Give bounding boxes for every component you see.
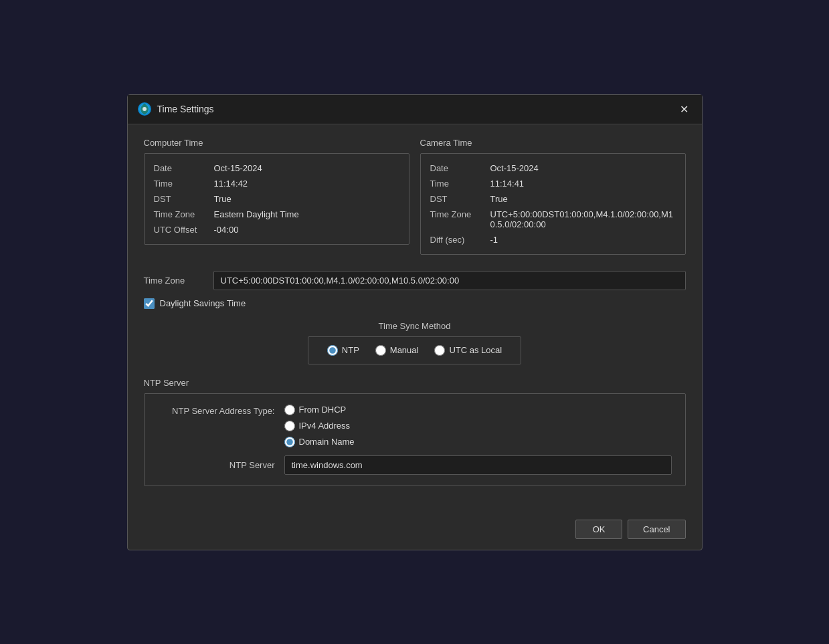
time-panels: Computer Time Date Oct-15-2024 Time 11:1… bbox=[144, 138, 686, 255]
comp-dst-label: DST bbox=[154, 194, 214, 204]
svg-point-1 bbox=[143, 107, 147, 111]
computer-time-panel: Computer Time Date Oct-15-2024 Time 11:1… bbox=[144, 138, 409, 255]
camera-time-title: Camera Time bbox=[420, 138, 686, 148]
comp-date-label: Date bbox=[154, 163, 214, 173]
table-row: Date Oct-15-2024 bbox=[154, 160, 399, 176]
sync-method-box: NTP Manual UTC as Local bbox=[308, 336, 521, 364]
cam-dst-value: True bbox=[490, 194, 508, 204]
cam-time-label: Time bbox=[430, 179, 490, 189]
table-row: DST True bbox=[154, 191, 399, 207]
app-icon bbox=[137, 102, 152, 116]
ntp-address-radio-group: From DHCP IPv4 Address Domain Name bbox=[284, 405, 355, 447]
ntp-address-type-label: NTP Server Address Type: bbox=[158, 405, 275, 416]
cam-date-value: Oct-15-2024 bbox=[490, 163, 539, 173]
sync-method-title: Time Sync Method bbox=[379, 321, 451, 331]
comp-dst-value: True bbox=[214, 194, 232, 204]
timezone-row: Time Zone bbox=[144, 271, 686, 290]
comp-time-value: 11:14:42 bbox=[214, 179, 248, 189]
dst-checkbox[interactable] bbox=[144, 298, 155, 309]
ntp-from-dhcp-option[interactable]: From DHCP bbox=[284, 405, 355, 415]
dst-row: Daylight Savings Time bbox=[144, 298, 686, 309]
comp-time-label: Time bbox=[154, 179, 214, 189]
ntp-domain-option[interactable]: Domain Name bbox=[284, 437, 355, 447]
camera-time-box: Date Oct-15-2024 Time 11:14:41 DST True … bbox=[420, 153, 686, 255]
title-bar: Time Settings ✕ bbox=[128, 95, 702, 124]
close-button[interactable]: ✕ bbox=[676, 102, 693, 117]
ntp-domain-radio[interactable] bbox=[284, 437, 295, 447]
timezone-input[interactable] bbox=[213, 271, 686, 290]
ntp-from-dhcp-radio[interactable] bbox=[284, 405, 295, 415]
cam-time-value: 11:14:41 bbox=[490, 179, 525, 189]
dialog-footer: OK Cancel bbox=[128, 512, 702, 550]
cam-tz-value: UTC+5:00:00DST01:00:00,M4.1.0/02:00:00,M… bbox=[490, 209, 676, 229]
time-settings-dialog: Time Settings ✕ Computer Time Date Oct-1… bbox=[127, 94, 703, 550]
ntp-server-label: NTP Server bbox=[158, 460, 275, 470]
ntp-ipv4-radio[interactable] bbox=[284, 421, 295, 431]
sync-ntp-option[interactable]: NTP bbox=[327, 345, 359, 356]
table-row: Time 11:14:42 bbox=[154, 176, 399, 191]
ntp-domain-label: Domain Name bbox=[299, 437, 355, 447]
ntp-ipv4-option[interactable]: IPv4 Address bbox=[284, 421, 355, 431]
ntp-address-type-row: NTP Server Address Type: From DHCP IPv4 … bbox=[158, 405, 672, 447]
cam-date-label: Date bbox=[430, 163, 490, 173]
cam-diff-label: Diff (sec) bbox=[430, 235, 490, 245]
dialog-title: Time Settings bbox=[157, 104, 214, 114]
ok-button[interactable]: OK bbox=[575, 520, 622, 539]
camera-time-panel: Camera Time Date Oct-15-2024 Time 11:14:… bbox=[420, 138, 686, 255]
cam-tz-label: Time Zone bbox=[430, 209, 490, 219]
comp-tz-label: Time Zone bbox=[154, 209, 214, 219]
table-row: DST True bbox=[430, 191, 676, 207]
ntp-server-row: NTP Server bbox=[158, 455, 672, 475]
comp-utc-value: -04:00 bbox=[214, 225, 239, 235]
sync-manual-radio[interactable] bbox=[375, 345, 386, 356]
sync-utc-radio[interactable] bbox=[434, 345, 445, 356]
sync-utc-option[interactable]: UTC as Local bbox=[434, 345, 502, 356]
ntp-server-input[interactable] bbox=[284, 455, 672, 475]
cam-diff-value: -1 bbox=[490, 235, 498, 245]
title-bar-left: Time Settings bbox=[137, 102, 214, 116]
comp-tz-value: Eastern Daylight Time bbox=[214, 209, 299, 219]
sync-utc-label: UTC as Local bbox=[449, 345, 502, 355]
ntp-from-dhcp-label: From DHCP bbox=[299, 405, 347, 415]
sync-manual-label: Manual bbox=[390, 345, 419, 355]
ntp-box: NTP Server Address Type: From DHCP IPv4 … bbox=[144, 393, 686, 486]
sync-method-section: Time Sync Method NTP Manual UTC as Local bbox=[144, 321, 686, 364]
computer-time-box: Date Oct-15-2024 Time 11:14:42 DST True … bbox=[144, 153, 409, 245]
ntp-section: NTP Server NTP Server Address Type: From… bbox=[144, 378, 686, 486]
table-row: Time Zone Eastern Daylight Time bbox=[154, 207, 399, 222]
dialog-body: Computer Time Date Oct-15-2024 Time 11:1… bbox=[128, 124, 702, 512]
table-row: Diff (sec) -1 bbox=[430, 232, 676, 247]
computer-time-title: Computer Time bbox=[144, 138, 409, 148]
comp-utc-label: UTC Offset bbox=[154, 225, 214, 235]
ntp-ipv4-label: IPv4 Address bbox=[299, 421, 351, 431]
cam-dst-label: DST bbox=[430, 194, 490, 204]
table-row: Time 11:14:41 bbox=[430, 176, 676, 191]
table-row: Time Zone UTC+5:00:00DST01:00:00,M4.1.0/… bbox=[430, 207, 676, 232]
dst-label: Daylight Savings Time bbox=[160, 298, 246, 308]
ntp-section-title: NTP Server bbox=[144, 378, 686, 388]
timezone-label: Time Zone bbox=[144, 276, 204, 286]
cancel-button[interactable]: Cancel bbox=[628, 520, 685, 539]
table-row: UTC Offset -04:00 bbox=[154, 222, 399, 237]
sync-ntp-radio[interactable] bbox=[327, 345, 338, 356]
sync-manual-option[interactable]: Manual bbox=[375, 345, 419, 356]
comp-date-value: Oct-15-2024 bbox=[214, 163, 262, 173]
table-row: Date Oct-15-2024 bbox=[430, 160, 676, 176]
sync-ntp-label: NTP bbox=[342, 345, 359, 355]
